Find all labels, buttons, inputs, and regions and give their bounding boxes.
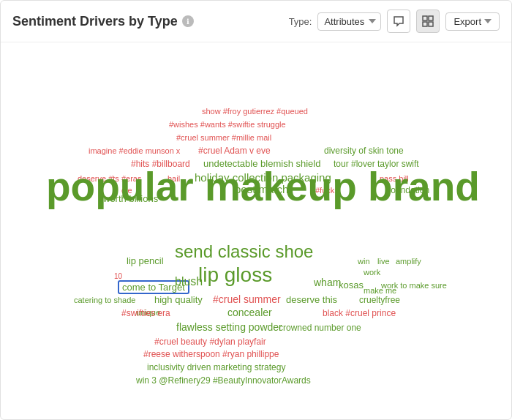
- word-item[interactable]: 10: [114, 273, 122, 280]
- word-item[interactable]: catering to shade: [74, 296, 135, 304]
- page-title: Sentiment Drivers by Type: [12, 14, 178, 29]
- word-item[interactable]: #swifties era: [121, 309, 170, 318]
- title-area: Sentiment Drivers by Type ℹ: [12, 14, 289, 29]
- word-item[interactable]: #cruel beauty #dylan playfair: [154, 337, 266, 346]
- word-item[interactable]: amplify: [396, 258, 421, 266]
- word-item[interactable]: win: [358, 258, 370, 266]
- word-item[interactable]: #wishes #wants #swiftie struggle: [169, 121, 286, 129]
- info-icon[interactable]: ℹ: [182, 15, 194, 27]
- main-container: Sentiment Drivers by Type ℹ Type: Attrib…: [0, 0, 512, 420]
- export-chevron-icon: [484, 19, 492, 23]
- svg-rect-1: [429, 16, 433, 20]
- export-button[interactable]: Export: [445, 12, 500, 31]
- word-item[interactable]: deserve this: [286, 295, 337, 304]
- type-label: Type:: [289, 16, 312, 27]
- word-item[interactable]: lip gloss: [198, 265, 272, 285]
- export-label: Export: [453, 16, 481, 27]
- word-item[interactable]: diversity of skin tone: [324, 146, 404, 155]
- svg-rect-0: [423, 16, 427, 20]
- grid-icon: [422, 15, 434, 27]
- grid-icon-btn[interactable]: [416, 10, 440, 33]
- type-select[interactable]: AttributesTopicsThemesBrands: [317, 12, 381, 31]
- svg-rect-3: [429, 22, 433, 26]
- header: Sentiment Drivers by Type ℹ Type: Attrib…: [1, 1, 511, 42]
- svg-rect-2: [423, 22, 427, 26]
- chat-icon: [393, 15, 404, 27]
- word-item[interactable]: #reese witherspoon #ryan phillippe: [143, 350, 279, 359]
- word-item[interactable]: high quality: [154, 295, 203, 304]
- word-item[interactable]: work: [364, 269, 380, 277]
- word-item[interactable]: kosas: [339, 280, 364, 290]
- word-item[interactable]: flawless setting powder: [176, 322, 282, 332]
- word-item[interactable]: show #froy gutierrez #queued: [202, 108, 308, 116]
- word-item[interactable]: #cruel summer #millie mail: [176, 134, 271, 142]
- word-item[interactable]: live: [377, 258, 390, 266]
- word-cloud: show #froy gutierrez #queued#wishes #wan…: [1, 42, 511, 419]
- controls: Type: AttributesTopicsThemesBrands Expor…: [289, 10, 500, 33]
- word-item[interactable]: crowned number one: [279, 323, 361, 332]
- word-item[interactable]: black #cruel prince: [323, 309, 396, 318]
- word-item[interactable]: inclusivity driven marketing strategy: [147, 363, 285, 372]
- word-item[interactable]: wham: [314, 277, 341, 288]
- word-item[interactable]: win 3 @Refinery29 #BeautyInnovatorAwards: [136, 376, 311, 385]
- word-item[interactable]: lip pencil: [127, 256, 164, 266]
- word-item[interactable]: concealer: [227, 307, 272, 318]
- word-item[interactable]: send classic shoe: [175, 243, 313, 260]
- word-item[interactable]: #cruel summer: [213, 294, 281, 304]
- word-item[interactable]: popular makeup brand: [46, 167, 480, 207]
- chat-icon-btn[interactable]: [387, 10, 410, 33]
- word-item[interactable]: work to make sure: [381, 282, 447, 290]
- word-item[interactable]: crueltyfree: [359, 296, 400, 304]
- word-item[interactable]: imagine #eddie munson x: [89, 147, 180, 155]
- word-item[interactable]: #cruel Adam v eve: [198, 146, 271, 155]
